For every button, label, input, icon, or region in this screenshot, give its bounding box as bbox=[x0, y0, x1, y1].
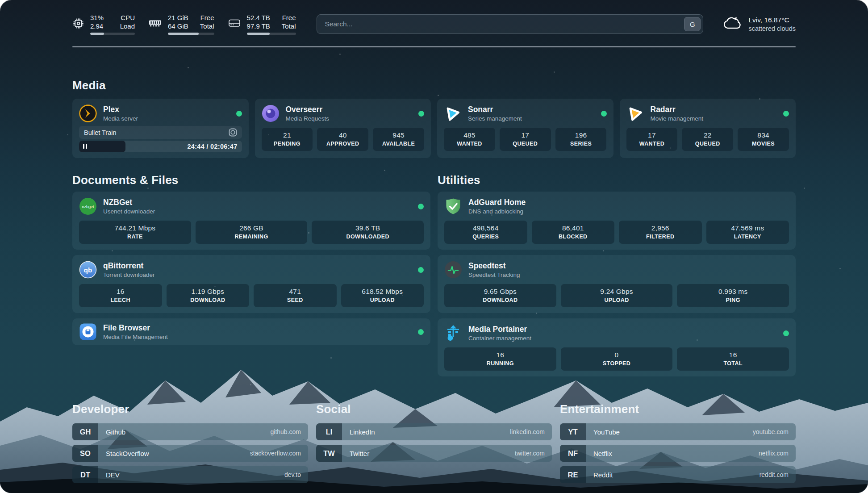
bookmark-name: DEV bbox=[106, 471, 120, 479]
service-card-nzbget[interactable]: nzbget NZBGet Usenet downloader 74 bbox=[72, 192, 430, 250]
cpu-load-label: Load bbox=[117, 22, 135, 30]
overseerr-icon bbox=[262, 104, 280, 122]
filebrowser-icon bbox=[79, 323, 97, 341]
bookmark-url: reddit.com bbox=[760, 471, 789, 478]
radarr-icon bbox=[626, 104, 644, 122]
bookmark-url: youtube.com bbox=[753, 428, 789, 435]
stat-seed: 471 SEED bbox=[254, 284, 337, 307]
service-description: Torrent downloader bbox=[103, 272, 155, 278]
weather-widget: Lviv, 16.87°C scattered clouds bbox=[723, 15, 796, 33]
stat-downloaded: 39.6 TB DOWNLOADED bbox=[312, 221, 424, 244]
service-card-overseerr[interactable]: Overseerr Media Requests 21 PENDING 40 A… bbox=[255, 99, 431, 158]
search-bar: G bbox=[317, 14, 704, 34]
weather-location-temp: Lviv, 16.87°C bbox=[748, 16, 796, 24]
bookmark-url: dev.to bbox=[284, 471, 301, 478]
service-card-plex[interactable]: Plex Media server Bullet Train bbox=[72, 99, 249, 158]
bookmark-youtube[interactable]: YT YouTube youtube.com bbox=[560, 423, 796, 440]
section-media: Media Plex Media server bbox=[72, 79, 796, 158]
status-dot bbox=[418, 329, 424, 335]
top-bar: 31% CPU 2.94 Load bbox=[72, 13, 796, 35]
snow-specks bbox=[0, 0, 1, 1]
status-dot bbox=[418, 204, 424, 209]
cpu-usage-value: 31% bbox=[90, 13, 106, 22]
stat-series: 196 SERIES bbox=[555, 128, 607, 151]
service-card-filebrowser[interactable]: File Browser Media File Management bbox=[72, 318, 430, 345]
disk-widget: 52.4 TB Free 97.9 TB Total bbox=[228, 13, 296, 35]
bookmark-abbr: TW bbox=[316, 445, 342, 462]
bookmark-reddit[interactable]: RE Reddit reddit.com bbox=[560, 466, 796, 483]
bookmark-stackoverflow[interactable]: SO StackOverflow stackoverflow.com bbox=[72, 445, 308, 462]
section-utilities: Utilities bbox=[438, 173, 796, 376]
disk-free-value: 52.4 TB bbox=[247, 13, 270, 22]
bookmark-netflix[interactable]: NF Netflix netflix.com bbox=[560, 445, 796, 462]
bookmark-name: YouTube bbox=[593, 428, 620, 436]
pause-icon bbox=[83, 142, 88, 150]
bookmark-url: stackoverflow.com bbox=[250, 450, 301, 457]
service-name: NZBGet bbox=[103, 198, 155, 207]
svg-text:qb: qb bbox=[84, 266, 92, 274]
search-input[interactable] bbox=[324, 20, 684, 29]
stat-leech: 16 LEECH bbox=[79, 284, 162, 307]
service-card-radarr[interactable]: Radarr Movie management 17 WANTED 22 QUE… bbox=[620, 99, 796, 158]
service-description: DNS and adblocking bbox=[468, 208, 526, 215]
memory-widget: 21 GiB Free 64 GiB Total bbox=[148, 13, 214, 35]
stat-approved: 40 APPROVED bbox=[317, 128, 368, 151]
service-card-qbittorrent[interactable]: qb qBittorrent Torrent downloader bbox=[72, 255, 430, 313]
disk-icon bbox=[228, 17, 241, 31]
homepage-dashboard: 31% CPU 2.94 Load bbox=[0, 0, 868, 493]
stat-queued: 17 QUEUED bbox=[500, 128, 551, 151]
service-card-sonarr[interactable]: Sonarr Series management 485 WANTED 17 Q… bbox=[437, 99, 613, 158]
stat-stopped: 0 STOPPED bbox=[561, 347, 673, 371]
stat-ping: 0.993 ms PING bbox=[677, 284, 789, 307]
qbittorrent-icon: qb bbox=[79, 261, 97, 279]
bookmark-linkedin[interactable]: LI LinkedIn linkedin.com bbox=[316, 423, 552, 440]
service-description: Movie management bbox=[651, 115, 704, 122]
service-name: File Browser bbox=[103, 323, 168, 332]
section-title-developer: Developer bbox=[72, 402, 308, 416]
service-name: Plex bbox=[103, 105, 138, 114]
stat-running: 16 RUNNING bbox=[444, 347, 556, 371]
bookmark-url: linkedin.com bbox=[510, 428, 545, 435]
bookmark-dev[interactable]: DT DEV dev.to bbox=[72, 466, 308, 483]
bookmark-url: twitter.com bbox=[515, 450, 545, 457]
service-name: qBittorrent bbox=[103, 261, 155, 270]
stat-rate: 744.21 Mbps RATE bbox=[79, 221, 191, 244]
cloud-icon bbox=[723, 15, 743, 33]
bookmark-name: LinkedIn bbox=[350, 428, 375, 436]
search-provider-button[interactable]: G bbox=[684, 17, 701, 31]
portainer-icon bbox=[444, 324, 462, 342]
service-card-adguard[interactable]: AdGuard Home DNS and adblocking 498,564 … bbox=[438, 192, 796, 250]
service-description: Media File Management bbox=[103, 334, 168, 340]
bookmark-abbr: YT bbox=[560, 423, 586, 440]
bookmark-github[interactable]: GH Github github.com bbox=[72, 423, 308, 440]
section-developer: Developer GH Github github.com SO StackO… bbox=[72, 402, 308, 483]
memory-free-label: Free bbox=[200, 13, 214, 22]
stat-wanted: 485 WANTED bbox=[444, 128, 495, 151]
plex-now-playing: Bullet Train bbox=[79, 126, 242, 152]
stat-download: 1.19 Gbps DOWNLOAD bbox=[167, 284, 250, 307]
status-dot bbox=[418, 267, 424, 273]
service-card-speedtest[interactable]: Speedtest Speedtest Tracking 9.65 Gbps D… bbox=[438, 255, 796, 313]
service-description: Container management bbox=[468, 335, 531, 342]
section-entertainment: Entertainment YT YouTube youtube.com NF … bbox=[560, 402, 796, 483]
service-card-portainer[interactable]: Media Portainer Container management 16 … bbox=[438, 318, 796, 376]
bookmark-url: github.com bbox=[271, 428, 301, 435]
service-description: Media server bbox=[103, 115, 138, 122]
cpu-icon bbox=[72, 17, 84, 31]
status-dot bbox=[418, 111, 424, 117]
bookmark-abbr: LI bbox=[316, 423, 342, 440]
section-social: Social LI LinkedIn linkedin.com TW Twitt… bbox=[316, 402, 552, 483]
stat-download: 9.65 Gbps DOWNLOAD bbox=[444, 284, 556, 307]
bookmark-twitter[interactable]: TW Twitter twitter.com bbox=[316, 445, 552, 462]
service-name: Media Portainer bbox=[468, 325, 531, 334]
sonarr-icon bbox=[444, 104, 462, 122]
stat-upload: 9.24 Gbps UPLOAD bbox=[561, 284, 673, 307]
status-dot bbox=[601, 111, 607, 117]
status-dot bbox=[783, 330, 789, 336]
camera-icon bbox=[229, 128, 237, 137]
status-dot bbox=[783, 111, 789, 117]
playback-progress-bar: 24:44 / 02:06:47 bbox=[79, 141, 242, 152]
section-title-documents: Documents & Files bbox=[72, 173, 430, 187]
speedtest-icon bbox=[444, 261, 462, 279]
topbar-divider bbox=[72, 46, 796, 47]
